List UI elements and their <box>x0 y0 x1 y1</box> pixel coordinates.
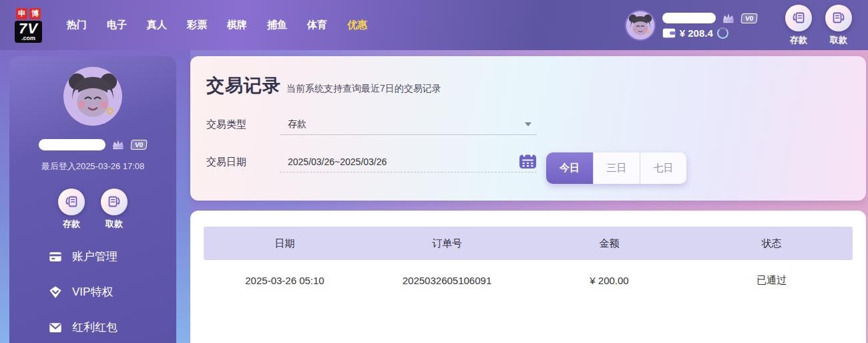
nav-item-lottery[interactable]: 彩票 <box>177 19 217 31</box>
logo-suffix: .com <box>19 35 38 41</box>
logo-tags: 申 博 <box>16 8 41 19</box>
deposit-button[interactable]: 存款 <box>785 5 812 46</box>
nav-item-slots[interactable]: 电子 <box>97 19 137 31</box>
sidebar-item-vip[interactable]: VIP特权 <box>48 284 176 300</box>
transaction-type-select[interactable]: 存款 <box>280 114 537 135</box>
deposit-icon <box>785 5 812 31</box>
withdraw-label: 取款 <box>830 34 847 46</box>
user-cluster: V0 ¥ 208.4 <box>625 10 757 41</box>
sidebar-deposit-label: 存款 <box>63 218 80 230</box>
page-subtitle: 当前系统支持查询最近7日的交易记录 <box>286 83 441 98</box>
sidebar-quick-actions: 存款 取款 <box>58 189 128 230</box>
range-today-button[interactable]: 今日 <box>546 152 593 184</box>
vip-crown-icon <box>719 11 738 25</box>
main-nav: 热门 电子 真人 彩票 棋牌 捕鱼 体育 优惠 <box>57 19 377 31</box>
nav-item-promo[interactable]: 优惠 <box>337 19 377 31</box>
sidebar-item-bonus[interactable]: 红利红包 <box>48 320 176 335</box>
table-row: 2025-03-26 05:10 2025032605106091 ¥ 200.… <box>204 260 853 300</box>
filter-panel: 交易记录 当前系统支持查询最近7日的交易记录 交易类型 存款 交易日期 2025… <box>190 56 866 201</box>
vip-level-badge: V0 <box>740 13 758 23</box>
logo-block: 7V .com <box>15 21 42 43</box>
withdraw-icon <box>825 5 852 31</box>
nav-item-live[interactable]: 真人 <box>137 19 177 31</box>
logo-tag-2: 博 <box>29 8 41 19</box>
sidebar-withdraw-button[interactable]: 取款 <box>101 189 128 230</box>
transaction-date-label: 交易日期 <box>206 156 280 168</box>
brand-logo[interactable]: 申 博 7V .com <box>15 8 42 43</box>
sidebar-item-account-label: 账户管理 <box>72 249 118 264</box>
sidebar-item-account[interactable]: 账户管理 <box>48 249 176 264</box>
sidebar-withdraw-icon <box>101 189 128 215</box>
sidebar-vip-level-badge: V0 <box>130 140 148 150</box>
logo-name: 7V <box>19 21 38 36</box>
logo-tag-1: 申 <box>16 8 27 19</box>
sidebar-username-redacted <box>39 139 105 150</box>
sidebar-deposit-icon <box>58 189 85 215</box>
main-content: 交易记录 当前系统支持查询最近7日的交易记录 交易类型 存款 交易日期 2025… <box>190 56 866 343</box>
sidebar-item-vip-label: VIP特权 <box>72 284 113 300</box>
balance-amount: ¥ 208.4 <box>680 27 713 39</box>
sidebar-withdraw-label: 取款 <box>105 218 123 230</box>
top-bar: 申 博 7V .com 热门 电子 真人 彩票 棋牌 捕鱼 体育 优惠 V0 <box>0 0 868 50</box>
sidebar-username-row: V0 <box>39 138 147 151</box>
topbar-quick-actions: 存款 取款 <box>785 5 852 46</box>
avatar[interactable] <box>625 10 656 41</box>
nav-item-sports[interactable]: 体育 <box>297 19 337 31</box>
username-row: V0 <box>662 11 757 25</box>
column-header-status: 状态 <box>690 237 853 250</box>
table-header: 日期 订单号 金额 状态 <box>204 227 853 260</box>
transaction-date-row: 交易日期 2025/03/26~2025/03/26 <box>206 151 850 173</box>
transaction-type-row: 交易类型 存款 <box>206 114 850 135</box>
date-range-input[interactable]: 2025/03/26~2025/03/26 <box>280 151 537 173</box>
column-header-order: 订单号 <box>366 237 528 250</box>
chevron-down-icon <box>525 122 531 126</box>
sidebar-vip-crown-icon <box>109 138 128 151</box>
username-redacted <box>662 13 716 23</box>
balance-row: ¥ 208.4 <box>662 27 757 39</box>
user-info: V0 ¥ 208.4 <box>662 11 757 39</box>
gem-icon <box>48 285 63 300</box>
deposit-label: 存款 <box>790 34 807 46</box>
withdraw-button[interactable]: 取款 <box>825 5 852 46</box>
page-title: 交易记录 <box>206 74 281 98</box>
range-3day-button[interactable]: 三日 <box>593 152 640 184</box>
sidebar-menu: 账户管理 VIP特权 红利红包 <box>9 249 176 335</box>
date-range-quick-buttons: 今日 三日 七日 <box>546 152 686 184</box>
column-header-date: 日期 <box>204 237 366 250</box>
nav-item-chess[interactable]: 棋牌 <box>217 19 257 31</box>
transaction-type-label: 交易类型 <box>206 118 280 131</box>
last-login-text: 最后登入2025-03-26 17:08 <box>41 160 145 173</box>
envelope-icon <box>48 320 63 335</box>
range-7day-button[interactable]: 七日 <box>640 152 686 184</box>
refresh-balance-icon[interactable] <box>717 27 728 39</box>
sidebar: V0 最后登入2025-03-26 17:08 存款 取款 <box>9 56 176 343</box>
records-panel: 日期 订单号 金额 状态 2025-03-26 05:10 2025032605… <box>190 211 866 343</box>
calendar-icon[interactable] <box>519 152 537 169</box>
card-icon <box>48 249 63 264</box>
nav-item-hot[interactable]: 热门 <box>57 19 97 31</box>
sidebar-item-bonus-label: 红利红包 <box>72 320 118 335</box>
cell-amount: ¥ 200.00 <box>528 275 690 286</box>
column-header-amount: 金额 <box>528 237 690 250</box>
nav-item-fishing[interactable]: 捕鱼 <box>257 19 297 31</box>
title-row: 交易记录 当前系统支持查询最近7日的交易记录 <box>206 74 850 98</box>
sidebar-avatar[interactable] <box>63 67 122 126</box>
cell-status: 已通过 <box>690 274 853 287</box>
sidebar-deposit-button[interactable]: 存款 <box>58 189 85 230</box>
date-range-value: 2025/03/26~2025/03/26 <box>280 156 387 167</box>
wallet-icon <box>662 28 676 38</box>
transaction-type-value: 存款 <box>280 118 306 130</box>
cell-date: 2025-03-26 05:10 <box>204 275 366 286</box>
page-body: V0 最后登入2025-03-26 17:08 存款 取款 <box>0 50 868 343</box>
cell-order-no: 2025032605106091 <box>366 275 528 286</box>
